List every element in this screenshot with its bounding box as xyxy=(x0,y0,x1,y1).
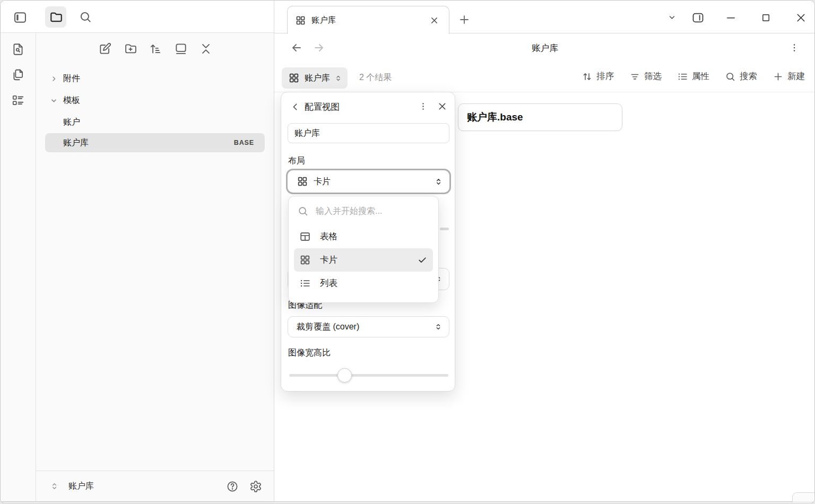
popup-menu-button[interactable] xyxy=(415,98,431,114)
collapse-all-icon xyxy=(199,42,213,56)
layout-option-card-selected[interactable]: 卡片 xyxy=(294,248,433,272)
folder-icon xyxy=(49,10,63,24)
popup-back-button[interactable] xyxy=(288,99,302,114)
sort-label: 排序 xyxy=(596,71,614,82)
new-folder-button[interactable] xyxy=(121,39,140,58)
dropdown-search-input[interactable] xyxy=(316,206,422,216)
toggle-left-sidebar-button[interactable] xyxy=(11,8,30,27)
properties-label: 属性 xyxy=(692,71,709,82)
window-close-button[interactable] xyxy=(790,7,811,28)
new-tab-button[interactable] xyxy=(454,10,474,30)
option-label: 卡片 xyxy=(320,254,417,266)
vault-switcher[interactable]: 账户库 xyxy=(36,481,94,492)
view-options-button[interactable] xyxy=(786,40,803,56)
view-name-input[interactable] xyxy=(288,123,449,143)
search-tab-button[interactable] xyxy=(75,6,96,28)
chevron-down-icon xyxy=(49,96,58,105)
panel-left-icon xyxy=(13,10,28,25)
maximize-icon xyxy=(760,12,771,23)
help-icon xyxy=(226,480,239,493)
tab-account-base[interactable]: 账户库 xyxy=(287,6,449,34)
files-tab-button[interactable] xyxy=(45,6,66,28)
search-icon xyxy=(725,71,736,82)
option-label: 列表 xyxy=(320,277,428,289)
search-icon xyxy=(79,10,92,24)
search-icon xyxy=(297,205,309,217)
panel-right-icon xyxy=(691,11,705,25)
view-header: 账户库 xyxy=(274,33,815,60)
aspect-ratio-slider[interactable] xyxy=(289,374,448,377)
ribbon-list-details-button[interactable] xyxy=(8,91,28,110)
ribbon-files-button[interactable] xyxy=(8,65,28,84)
file-search-icon xyxy=(11,42,25,56)
gallery-icon xyxy=(174,42,188,56)
search-label: 搜索 xyxy=(740,71,757,82)
list-icon xyxy=(677,71,688,82)
tree-file-account[interactable]: 账户 xyxy=(45,112,265,132)
tab-close-button[interactable] xyxy=(427,13,441,28)
maximize-button[interactable] xyxy=(755,7,776,28)
ribbon-file-search-button[interactable] xyxy=(8,40,28,59)
help-button[interactable] xyxy=(223,477,242,496)
close-icon xyxy=(795,12,807,24)
search-results-button[interactable]: 搜索 xyxy=(725,71,757,82)
aspect-ratio-slider-handle[interactable] xyxy=(337,368,352,383)
tree-item-label: 账户 xyxy=(63,117,80,128)
check-icon xyxy=(417,255,428,265)
properties-button[interactable]: 属性 xyxy=(677,71,709,82)
cards-grid-icon xyxy=(297,176,308,187)
chevron-left-icon xyxy=(290,101,301,112)
popup-close-button[interactable] xyxy=(434,98,450,114)
layout-option-table[interactable]: 表格 xyxy=(294,225,433,248)
chevrons-up-down-icon xyxy=(434,323,443,331)
layout-dropdown: 表格 卡片 列表 xyxy=(288,196,439,303)
ribbon-divider xyxy=(36,33,36,501)
cards-grid-icon xyxy=(299,254,311,266)
tab-title: 账户库 xyxy=(311,15,427,26)
cards-grid-icon xyxy=(288,72,300,84)
settings-button[interactable] xyxy=(246,477,265,496)
result-card-account-base[interactable]: 账户库.base xyxy=(458,103,622,131)
collapse-all-button[interactable] xyxy=(196,39,215,58)
layout-option-list[interactable]: 列表 xyxy=(294,272,433,295)
popup-title: 配置视图 xyxy=(305,101,340,113)
tab-list-dropdown-button[interactable] xyxy=(663,8,681,26)
dropdown-search-row xyxy=(289,201,438,222)
minimize-button[interactable] xyxy=(720,7,741,28)
gallery-view-button[interactable] xyxy=(171,39,190,58)
kebab-icon xyxy=(789,42,800,53)
image-fit-select[interactable]: 裁剪覆盖 (cover) xyxy=(288,316,449,337)
tab-bar: 账户库 xyxy=(274,1,815,33)
base-file-badge: BASE xyxy=(234,139,254,146)
tree-folder-templates[interactable]: 模板 xyxy=(45,91,265,110)
status-bar xyxy=(792,492,815,502)
layout-select-value: 卡片 xyxy=(314,176,434,187)
view-actions: 排序 筛选 属性 搜索 xyxy=(582,65,805,88)
toggle-right-sidebar-button[interactable] xyxy=(688,7,708,28)
plus-icon xyxy=(773,71,784,82)
arrow-up-down-icon xyxy=(582,71,593,82)
option-label: 表格 xyxy=(320,231,428,242)
new-note-button[interactable] xyxy=(96,39,115,58)
folder-plus-icon xyxy=(124,42,137,56)
tree-item-label: 附件 xyxy=(63,73,80,84)
vault-bar: 账户库 xyxy=(36,471,274,501)
tree-file-account-base-selected[interactable]: 账户库 BASE xyxy=(45,133,265,152)
filter-button[interactable]: 筛选 xyxy=(629,71,662,82)
gear-icon xyxy=(249,480,262,493)
view-selector[interactable]: 账户库 xyxy=(282,67,348,89)
square-pen-icon xyxy=(98,42,112,56)
tree-item-label: 账户库 xyxy=(63,137,234,149)
layout-select[interactable]: 卡片 xyxy=(286,169,451,194)
aspect-ratio-label: 图像宽高比 xyxy=(288,347,331,359)
filter-icon xyxy=(629,71,640,82)
hidden-slider-under-dropdown[interactable] xyxy=(440,228,449,230)
obsidian-window: 附件 模板 账户 账户库 BASE 账户库 xyxy=(0,0,815,504)
sort-order-button[interactable] xyxy=(146,39,165,58)
new-item-button[interactable]: 新建 xyxy=(773,71,805,82)
tree-folder-attachments[interactable]: 附件 xyxy=(45,69,265,88)
view-controls-bar: 账户库 2 个结果 排序 筛选 xyxy=(274,60,815,92)
files-icon xyxy=(11,68,25,82)
sort-button[interactable]: 排序 xyxy=(582,71,614,82)
close-icon xyxy=(437,101,448,112)
